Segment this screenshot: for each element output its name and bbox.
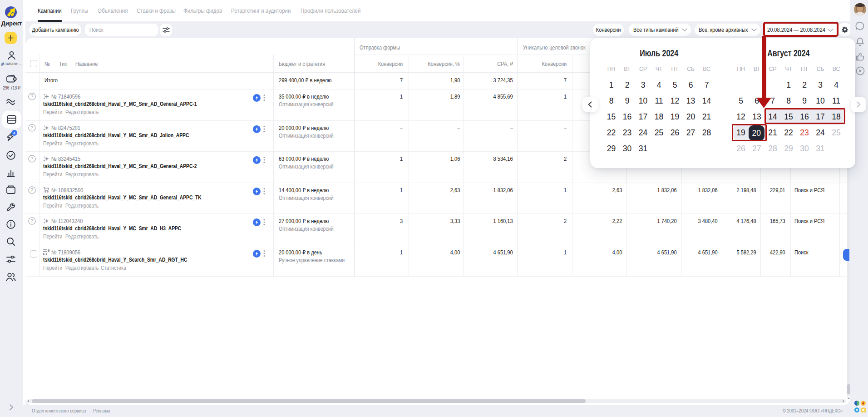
svg-text:?: ? xyxy=(31,94,34,99)
svg-text:?: ? xyxy=(31,187,34,193)
svg-text:?: ? xyxy=(31,218,34,223)
svg-text:?: ? xyxy=(31,156,34,161)
svg-text:?: ? xyxy=(31,125,34,130)
